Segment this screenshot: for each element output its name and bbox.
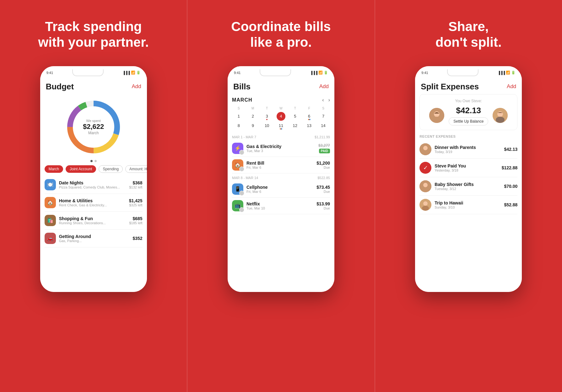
steve-paid-avatar: ✓ <box>419 162 431 174</box>
prev-month-icon[interactable]: ‹ <box>322 97 324 103</box>
bills-screen: Bills Add MARCH ‹ › S M T W <box>228 77 334 292</box>
owe-header: You Owe Steve: <box>424 99 513 103</box>
phone-notch-2 <box>260 69 291 76</box>
svg-point-18 <box>423 183 428 187</box>
cal-day-6[interactable]: 6 <box>305 112 314 121</box>
cellphone-status: Due <box>316 190 330 193</box>
owe-main: $42.13 Settle Up Balance <box>424 106 513 125</box>
netflix-icon: 📺 <box>232 200 243 211</box>
phone-notch-3 <box>447 69 478 76</box>
home-icon: 🏠 <box>45 197 56 208</box>
cal-day-5[interactable]: 5 <box>291 112 300 121</box>
shop-icon: 🛍️ <box>45 215 56 226</box>
expense-steve-paid[interactable]: ✓ Steve Paid You Yesterday, 3/18 $122.88 <box>419 159 517 177</box>
cal-header-s1: S <box>232 106 246 111</box>
getting-around-name: Getting Around <box>59 234 130 239</box>
pill-spending[interactable]: Spending <box>99 165 123 173</box>
cal-day-4[interactable]: 4 <box>277 112 285 121</box>
cal-day-3[interactable]: 3 <box>262 112 271 121</box>
split-add-btn[interactable]: Add <box>507 83 516 90</box>
man-face-svg <box>493 108 508 123</box>
hawaii-avatar-svg <box>419 199 431 211</box>
netflix-amount: $13.99 <box>316 201 330 206</box>
netflix-right: $13.99 Due <box>316 201 330 210</box>
bill-netflix[interactable]: 📺 Netflix Tue, Mar 10 $13.99 Due <box>232 198 330 214</box>
owe-avatar-woman <box>429 108 444 123</box>
donut-container: We spent $2,622 March <box>40 94 147 158</box>
cal-day-11[interactable]: 11 <box>277 121 285 130</box>
pill-joint[interactable]: Joint Account <box>66 165 96 173</box>
netflix-status: Due <box>316 206 330 210</box>
bills-title: Bills <box>233 82 251 92</box>
calendar-header: MARCH ‹ › <box>232 97 330 103</box>
headline-2: Coordinate bills like a pro. <box>231 19 331 50</box>
getting-around-total: $352 <box>133 236 143 241</box>
status-bar-3: 9:41 ▐▐▐ 📶 🔋 <box>415 66 522 77</box>
home-total: $1,425 <box>129 198 143 203</box>
woman-face-svg <box>429 108 444 123</box>
cellphone-name: Cellphone <box>246 185 313 190</box>
cal-day-9[interactable]: 9 <box>248 121 257 130</box>
hawaii-avatar <box>419 199 431 211</box>
shopping-sub: Running Shoes, Decorations... <box>59 221 126 225</box>
dinner-avatar-svg <box>419 143 431 155</box>
gas-date: Tue, Mar 3 <box>246 149 315 153</box>
bill-rent[interactable]: 🏠 Rent Bill Fri, Mar 6 $1,200 Due <box>232 157 330 173</box>
expense-hawaii[interactable]: Trip to Hawaii Sunday, 3/10 $52.88 <box>419 196 517 214</box>
cal-day-14[interactable]: 14 <box>319 121 328 130</box>
cal-day-8[interactable]: 8 <box>234 121 243 130</box>
bill-gas-electricity[interactable]: ⚡ Gas & Electricity Tue, Mar 3 $3,277 PA… <box>232 140 330 157</box>
cal-header-f: F <box>302 106 316 111</box>
shopping-info: Shopping & Fun Running Shoes, Decoration… <box>59 216 126 225</box>
donut-chart: We spent $2,622 March <box>64 97 123 157</box>
cal-header-t2: T <box>288 106 302 111</box>
next-month-icon[interactable]: › <box>328 97 330 103</box>
bill-section-total-2: $522.85 <box>317 176 330 180</box>
hawaii-amount: $52.88 <box>504 202 517 207</box>
bill-cellphone[interactable]: 📱 Cellphone Fri, Mar 6 $73.45 Due <box>232 181 330 198</box>
calendar-nav[interactable]: ‹ › <box>322 97 330 103</box>
cal-day-1[interactable]: 1 <box>234 112 243 121</box>
pill-amount[interactable]: Amount: H <box>125 165 147 173</box>
bills-add-btn[interactable]: Add <box>319 83 329 90</box>
getting-around-info: Getting Around Gas, Parking... <box>59 234 130 243</box>
food-icon: 🍽️ <box>45 179 56 190</box>
panel-coordinate-bills: Coordinate bills like a pro. 9:41 ▐▐▐ 📶 … <box>187 0 374 392</box>
svg-point-8 <box>432 117 441 123</box>
time-1: 9:41 <box>46 71 53 75</box>
rent-icon: 🏠 <box>232 159 243 171</box>
cal-day-12[interactable]: 12 <box>291 121 300 130</box>
filter-pills[interactable]: March Joint Account Spending Amount: H <box>40 164 147 176</box>
budget-item-shopping[interactable]: 🛍️ Shopping & Fun Running Shoes, Decorat… <box>45 212 143 230</box>
pill-march[interactable]: March <box>45 165 63 173</box>
cal-header-s2: S <box>316 106 330 111</box>
date-nights-info: Date Nights Pizza Squared, Comedy Club, … <box>59 180 126 189</box>
cal-day-7[interactable]: 7 <box>319 112 328 121</box>
expense-dinner[interactable]: Dinner with Parents Today, 3/19 $42.13 <box>419 140 517 159</box>
donut-label: We spent <box>83 119 104 123</box>
gas-electricity-icon: ⚡ <box>232 143 243 154</box>
hawaii-info: Trip to Hawaii Sunday, 3/10 <box>435 200 501 209</box>
date-nights-sub: Pizza Squared, Comedy Club, Movies... <box>59 185 126 189</box>
budget-add-btn[interactable]: Add <box>132 83 141 90</box>
budget-item-home[interactable]: 🏠 Home & Utilities Rent Check, Gas & Ele… <box>45 194 143 212</box>
budget-item-travel[interactable]: 🚗 Getting Around Gas, Parking... $352 <box>45 230 143 247</box>
dinner-name: Dinner with Parents <box>435 145 501 150</box>
expense-baby-shower[interactable]: Baby Shower Gifts Tuesday, 3/12 $70.00 <box>419 177 517 196</box>
hawaii-name: Trip to Hawaii <box>435 200 501 205</box>
home-name: Home & Utilities <box>59 198 126 203</box>
netflix-info: Netflix Tue, Mar 10 <box>246 201 313 210</box>
rent-status: Due <box>316 166 330 169</box>
getting-around-sub: Gas, Parking... <box>59 239 130 243</box>
split-header: Split Expenses Add <box>415 77 522 94</box>
phone-2: 9:41 ▐▐▐ 📶 🔋 Bills Add MARCH ‹ › <box>228 66 334 292</box>
budget-item-date-nights[interactable]: 🍽️ Date Nights Pizza Squared, Comedy Clu… <box>45 176 143 194</box>
cellphone-info: Cellphone Fri, Mar 6 <box>246 185 313 193</box>
cal-header-w: W <box>274 106 288 111</box>
cal-day-10[interactable]: 10 <box>262 121 271 130</box>
bills-header: Bills Add <box>228 77 334 94</box>
cal-day-13[interactable]: 13 <box>305 121 314 130</box>
cellphone-date: Fri, Mar 6 <box>246 190 313 193</box>
settle-balance-btn[interactable]: Settle Up Balance <box>449 117 488 125</box>
cal-day-2[interactable]: 2 <box>248 112 257 121</box>
